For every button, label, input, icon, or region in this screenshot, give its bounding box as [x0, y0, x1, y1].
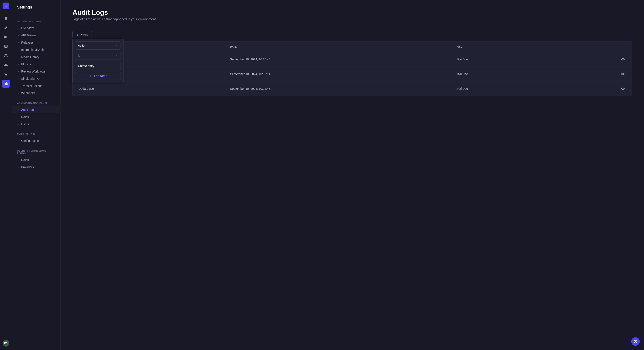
view-log-button[interactable]	[620, 71, 626, 77]
nav-marketplace[interactable]	[2, 71, 10, 78]
group-global-settings: GLOBAL SETTINGS	[12, 18, 60, 24]
gear-icon	[4, 82, 8, 86]
filter-value-text: Create entry	[78, 64, 94, 68]
eye-icon	[621, 87, 625, 91]
user-avatar[interactable]: KD	[2, 340, 9, 347]
logo-icon	[4, 4, 8, 8]
chevron-down-icon	[116, 55, 118, 57]
sidebar-item-releases[interactable]: Releases	[12, 39, 60, 46]
sidebar-item-internationalization[interactable]: Internationalization	[12, 46, 60, 53]
sidebar-item-media-library[interactable]: Media Library	[12, 53, 60, 61]
cart-icon	[4, 72, 8, 76]
filter-operator-select[interactable]: is	[75, 52, 121, 60]
eye-icon	[621, 72, 625, 76]
sidebar-title: Settings	[12, 5, 60, 13]
sidebar-item-roles-up[interactable]: Roles	[12, 156, 60, 164]
help-button[interactable]	[631, 337, 640, 346]
plus-icon	[89, 75, 92, 77]
svg-rect-5	[4, 56, 8, 57]
cell-date: September 10, 2024, 10:16:48	[230, 87, 457, 90]
sidebar-item-single-sign-on[interactable]: Single Sign-On	[12, 75, 60, 82]
table-row: September 10, 2024, 10:19:11 Kai Doe	[72, 67, 632, 81]
question-icon	[634, 340, 638, 344]
sort-desc-icon	[238, 46, 240, 48]
sidebar-item-roles-admin[interactable]: Roles	[12, 113, 60, 121]
eye-icon	[621, 57, 625, 61]
filter-field-value: Action	[78, 44, 86, 47]
sidebar-item-overview[interactable]: Overview	[12, 24, 60, 32]
table-header: ACTION DATE USER	[72, 42, 632, 52]
svg-point-3	[5, 46, 5, 46]
column-user[interactable]: USER	[458, 45, 609, 48]
cloud-icon	[4, 63, 8, 67]
group-administration-panel: ADMINISTRATION PANEL	[12, 100, 60, 106]
sidebar-item-review-workflows[interactable]: Review Workflows	[12, 68, 60, 75]
page-title: Audit Logs	[72, 8, 632, 16]
group-users-permissions: USERS & PERMISSIONS PLUGIN	[12, 148, 60, 156]
sidebar-item-webhooks[interactable]: Webhooks	[12, 90, 60, 97]
group-email-plugin: EMAIL PLUGIN	[12, 131, 60, 137]
view-log-button[interactable]	[620, 56, 626, 62]
svg-point-10	[635, 342, 636, 342]
nav-home[interactable]	[2, 14, 10, 22]
nav-builder[interactable]	[2, 52, 10, 59]
cell-date: September 10, 2024, 10:20:43	[230, 58, 457, 61]
view-log-button[interactable]	[620, 86, 626, 92]
filters-button[interactable]: Filters	[72, 31, 92, 38]
svg-rect-1	[5, 5, 6, 6]
nav-content[interactable]	[2, 24, 10, 31]
table-row: September 10, 2024, 10:20:43 Kai Doe	[72, 52, 632, 67]
pen-icon	[4, 26, 8, 29]
filter-popover: Action is Create entry Add filter	[72, 39, 124, 83]
cell-user: Kai Doe	[458, 87, 609, 90]
cell-action: Update user	[78, 87, 230, 90]
cell-date: September 10, 2024, 10:19:11	[230, 72, 457, 76]
page-subtitle: Logs of all the activities that happened…	[72, 17, 632, 21]
filter-operator-value: is	[78, 54, 80, 57]
image-icon	[4, 44, 8, 48]
sidebar-item-users-admin[interactable]: Users	[12, 121, 60, 128]
svg-rect-4	[4, 54, 8, 55]
filter-icon	[76, 33, 79, 36]
home-icon	[4, 16, 8, 20]
sidebar-item-email-configuration[interactable]: Configuration	[12, 137, 60, 144]
cell-user: Kai Doe	[458, 72, 609, 76]
filter-value-select[interactable]: Create entry	[75, 62, 121, 70]
main-content: Audit Logs Logs of all the activities th…	[60, 0, 644, 350]
sidebar-item-audit-logs[interactable]: Audit Logs	[12, 106, 60, 113]
audit-logs-table: ACTION DATE USER September 10, 2024, 10:…	[72, 41, 632, 96]
add-filter-button[interactable]: Add filter	[75, 72, 121, 80]
sidebar-item-providers[interactable]: Providers	[12, 164, 60, 171]
chevron-down-icon	[116, 44, 118, 47]
nav-send[interactable]	[2, 33, 10, 41]
table-row: Update user September 10, 2024, 10:16:48…	[72, 81, 632, 96]
chevron-down-icon	[116, 65, 118, 67]
layout-icon	[4, 54, 8, 58]
filter-field-select[interactable]: Action	[75, 41, 121, 49]
app-logo[interactable]	[2, 2, 9, 9]
sidebar-item-plugins[interactable]: Plugins	[12, 61, 60, 68]
title-divider	[17, 13, 22, 13]
nav-cloud[interactable]	[2, 61, 10, 69]
filters-button-label: Filters	[81, 33, 88, 36]
sidebar-item-transfer-tokens[interactable]: Transfer Tokens	[12, 82, 60, 90]
cell-user: Kai Doe	[458, 58, 609, 61]
column-date[interactable]: DATE	[230, 45, 457, 48]
sidebar-item-api-tokens[interactable]: API Tokens	[12, 32, 60, 39]
nav-settings[interactable]	[2, 80, 10, 88]
paper-plane-icon	[4, 35, 8, 39]
settings-sidebar: Settings GLOBAL SETTINGS Overview API To…	[12, 0, 60, 350]
icon-rail: KD	[0, 0, 12, 350]
add-filter-label: Add filter	[94, 74, 106, 78]
nav-media[interactable]	[2, 42, 10, 50]
